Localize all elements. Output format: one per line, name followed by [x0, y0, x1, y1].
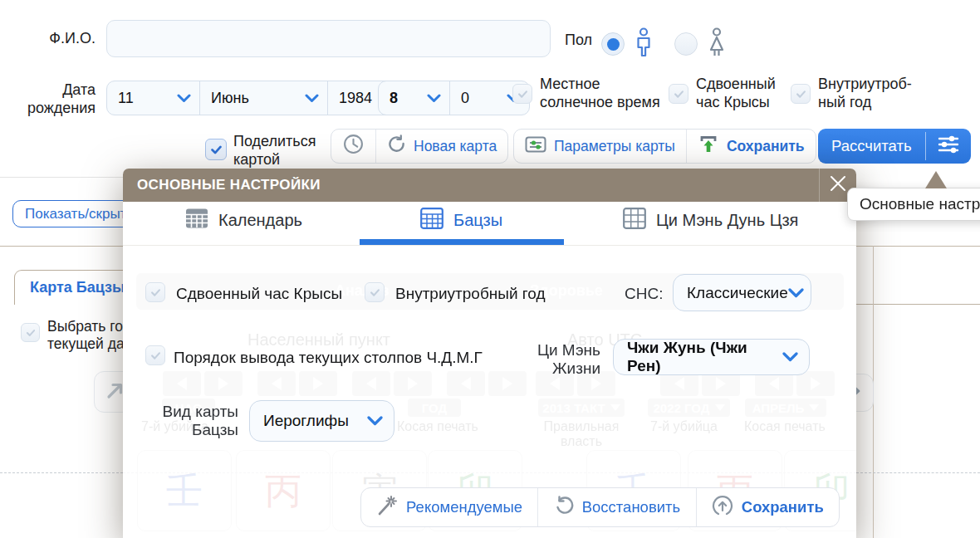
- gender-male-radio[interactable]: [601, 32, 625, 56]
- select-city-checkbox[interactable]: [21, 323, 40, 342]
- clock-icon: [343, 134, 364, 159]
- screen: Ф.И.О. Пол Дата рождения 11 Июнь 1984 8: [0, 0, 980, 538]
- modal-double-rat-checkbox[interactable]: [145, 282, 165, 302]
- ghost-nav-arrows: [352, 371, 432, 396]
- local-solar-time-label: Местное солнечное время: [540, 75, 660, 111]
- dashed-line-right: [856, 472, 980, 473]
- local-solar-time-checkbox[interactable]: [512, 84, 532, 104]
- ghost-pill: ГОД: [408, 399, 461, 417]
- pillar-order-label: Порядок вывода текущих столпов Ч.Д.М.Г: [174, 349, 483, 367]
- upload-save-icon: [698, 134, 719, 159]
- chart-params-button[interactable]: Параметры карты: [514, 130, 687, 163]
- birth-month-select[interactable]: Июнь: [200, 81, 328, 115]
- calendar-solid-icon: [185, 208, 208, 233]
- modal-save-button[interactable]: Сохранить: [697, 488, 839, 526]
- grid-3x3-icon: [623, 208, 646, 233]
- chevron-down-icon: [782, 352, 798, 362]
- upload-circle-icon: [712, 495, 733, 521]
- chevron-down-icon: [177, 94, 191, 103]
- sliders-icon: [937, 134, 960, 159]
- dashed-line-left: [0, 472, 123, 473]
- intrauterine-year-checkbox[interactable]: [791, 84, 811, 104]
- ghost-dashed-line: [123, 472, 856, 473]
- calendar-grid-icon: [420, 208, 443, 233]
- settings-tooltip: Основные настройки: [847, 188, 980, 221]
- chart-view-select[interactable]: Иероглифы: [249, 400, 394, 442]
- chevron-down-icon: [427, 94, 441, 103]
- ghost-nav-arrows: [257, 371, 337, 396]
- ghost-card: 丙: [236, 450, 331, 531]
- divider-taupe-right: [856, 304, 980, 305]
- toolbar-group-left: Новая карта: [331, 129, 508, 164]
- restore-button[interactable]: Восстановить: [538, 488, 696, 526]
- settings-button[interactable]: [926, 129, 971, 164]
- chevron-down-icon: [367, 416, 383, 426]
- share-chart-checkbox[interactable]: [205, 139, 227, 160]
- chevron-down-icon: [305, 94, 319, 103]
- ghost-pill: АПРЕЛЬ: [745, 399, 826, 417]
- sns-label: СНС:: [625, 285, 663, 303]
- birth-time-selects: 8 0: [378, 81, 530, 115]
- ghost-nav-arrows: [447, 371, 527, 396]
- fio-label: Ф.И.О.: [17, 29, 96, 47]
- settings-modal: Версия про СНС кратко Иероглифы Анализ З…: [123, 169, 856, 538]
- pillar-order-checkbox[interactable]: [145, 345, 165, 365]
- ghost-nav-arrows: [163, 371, 243, 396]
- calculate-group: Рассчитать: [818, 129, 971, 164]
- recommended-button[interactable]: Рекомендуемые: [361, 488, 538, 526]
- gender-female-radio[interactable]: [674, 32, 698, 56]
- gender-label: Пол: [565, 31, 592, 49]
- save-chart-button[interactable]: Сохранить: [687, 130, 816, 163]
- birth-day-select[interactable]: 11: [107, 81, 200, 115]
- male-icon: [633, 27, 654, 62]
- ghost-card: 壬: [137, 450, 232, 531]
- modal-intrauterine-label: Внутриутробный год: [395, 285, 546, 303]
- birth-date-selects: 11 Июнь 1984: [106, 81, 424, 115]
- ghost-pill: 2022 ГОД: [648, 399, 730, 417]
- close-icon: [828, 174, 848, 197]
- time-button[interactable]: [331, 130, 376, 163]
- chart-view-label: Вид карты Бацзы: [156, 403, 238, 439]
- modal-title: ОСНОВНЫЕ НАСТРОЙКИ: [123, 177, 321, 193]
- birth-date-label: Дата рождения: [8, 81, 96, 117]
- ghost-label: Косая печать: [744, 419, 826, 434]
- modal-tabs: Календарь Бацзы Ци Мэнь Дунь Цзя: [123, 202, 856, 246]
- fio-input[interactable]: [106, 20, 551, 57]
- active-tab-underline: [360, 239, 564, 245]
- tooltip-arrow: [925, 171, 947, 188]
- magic-wand-icon: [376, 495, 398, 521]
- calculate-button[interactable]: Рассчитать: [818, 129, 925, 164]
- ghost-label: Косая печать: [397, 419, 478, 434]
- ghost-label: 7-й убийца: [650, 419, 718, 434]
- new-chart-button[interactable]: Новая карта: [376, 130, 507, 163]
- undo-icon: [554, 496, 574, 520]
- modal-footer-buttons: Рекомендуемые Восстановить Сохранить: [360, 487, 840, 527]
- sns-select[interactable]: Классические: [673, 274, 811, 311]
- ghost-pill: 2013 ТАКТ: [538, 399, 625, 417]
- modal-intrauterine-checkbox[interactable]: [365, 282, 385, 302]
- female-icon: [706, 27, 728, 62]
- modal-header: ОСНОВНЫЕ НАСТРОЙКИ: [123, 169, 856, 202]
- qimen-life-select[interactable]: Чжи Жунь (Чжи Рен): [613, 339, 810, 375]
- birth-hour-select[interactable]: 8: [379, 81, 450, 115]
- ghost-label: Населенный пункт: [247, 330, 390, 350]
- tab-calendar[interactable]: Календарь: [185, 202, 302, 239]
- qimen-life-label: Ци Мэнь Жизни: [522, 341, 600, 378]
- chevron-down-icon: [788, 288, 804, 298]
- intrauterine-year-label: Внутриутроб- ный год: [818, 75, 912, 111]
- tab-bazi[interactable]: Бацзы: [420, 202, 502, 239]
- double-rat-hour-label: Сдвоенный час Крысы: [696, 75, 776, 111]
- reload-icon: [387, 134, 406, 158]
- divider-top: [0, 177, 123, 178]
- modal-double-rat-label: Сдвоенный час Крысы: [176, 285, 342, 303]
- tab-qimen[interactable]: Ци Мэнь Дунь Цзя: [623, 202, 798, 239]
- share-chart-label: Поделиться картой: [233, 132, 316, 169]
- ghost-label: Правильная власть: [532, 419, 631, 449]
- toolbar-group-right: Параметры карты Сохранить: [513, 129, 816, 164]
- chart-params-icon: [525, 134, 546, 159]
- double-rat-hour-checkbox[interactable]: [669, 84, 688, 104]
